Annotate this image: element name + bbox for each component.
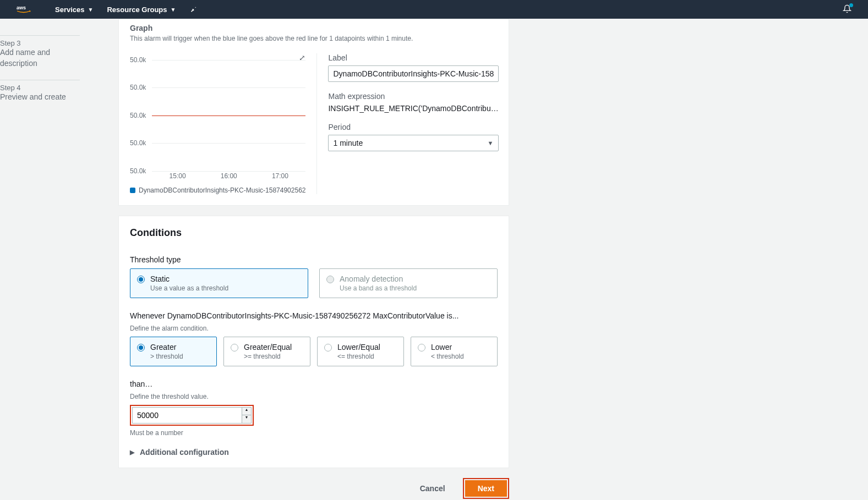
- legend-color-icon: [130, 188, 135, 193]
- caret-down-icon: ▼: [88, 7, 94, 13]
- operator-lower[interactable]: Lower < threshold: [411, 337, 498, 366]
- math-expression-value: INSIGHT_RULE_METRIC('DynamoDBContributor…: [328, 104, 499, 113]
- label-field-label: Label: [328, 53, 499, 62]
- label-input[interactable]: [328, 65, 499, 82]
- step-number: Step 3: [0, 39, 80, 47]
- next-button-highlight: Next: [463, 478, 509, 499]
- stepper-up-button[interactable]: ▲: [242, 408, 251, 415]
- whenever-label: Whenever DynamoDBContributorInsights-PKC…: [130, 311, 498, 320]
- y-tick: 50.0k: [130, 112, 146, 119]
- period-label: Period: [328, 123, 499, 131]
- x-tick: 15:00: [170, 172, 186, 180]
- step-label: Add name and description: [0, 47, 80, 69]
- y-tick: 50.0k: [130, 139, 146, 147]
- additional-config-expander[interactable]: ▶ Additional configuration: [130, 448, 498, 457]
- wizard-actions: Cancel Next: [118, 478, 509, 499]
- y-tick: 50.0k: [130, 84, 146, 91]
- threshold-value-input[interactable]: [132, 407, 242, 424]
- radio-icon: [231, 344, 238, 351]
- tile-title: Lower/Equal: [337, 343, 380, 351]
- whenever-desc: Define the alarm condition.: [130, 325, 498, 332]
- sidebar-step-3[interactable]: Step 3 Add name and description: [0, 35, 80, 80]
- wizard-sidebar: Step 3 Add name and description Step 4 P…: [0, 19, 80, 500]
- y-tick: 50.0k: [130, 56, 146, 64]
- aws-logo[interactable]: aws: [11, 4, 39, 14]
- tile-title: Static: [150, 274, 228, 283]
- threshold-line: [152, 116, 305, 117]
- tile-title: Anomaly detection: [340, 274, 417, 283]
- radio-icon: [326, 276, 334, 283]
- threshold-hint: Must be a number: [130, 429, 498, 437]
- graph-title: Graph: [130, 24, 498, 32]
- radio-icon: [418, 344, 425, 351]
- notification-dot: [849, 3, 853, 7]
- legend-label: DynamoDBContributorInsights-PKC-Music-15…: [139, 186, 305, 194]
- operator-lower-equal[interactable]: Lower/Equal <= threshold: [317, 337, 404, 366]
- tile-title: Lower: [431, 343, 464, 351]
- operator-greater-equal[interactable]: Greater/Equal >= threshold: [223, 337, 310, 366]
- tile-title: Greater: [150, 343, 183, 351]
- than-desc: Define the threshold value.: [130, 393, 498, 400]
- stepper-down-button[interactable]: ▼: [242, 415, 251, 423]
- tile-sub: Use a value as a threshold: [150, 284, 228, 292]
- x-tick: 16:00: [221, 172, 237, 180]
- step-number: Step 4: [0, 84, 80, 92]
- x-tick: 17:00: [272, 172, 288, 180]
- nav-services[interactable]: Services ▼: [55, 6, 93, 14]
- radio-icon: [324, 344, 332, 351]
- chart-legend: DynamoDBContributorInsights-PKC-Music-15…: [130, 186, 305, 194]
- y-tick: 50.0k: [130, 167, 146, 175]
- pin-icon[interactable]: [189, 5, 197, 14]
- threshold-type-anomaly: Anomaly detection Use a band as a thresh…: [319, 268, 498, 298]
- top-nav: aws Services ▼ Resource Groups ▼: [0, 0, 868, 19]
- tile-sub: > threshold: [150, 353, 183, 360]
- additional-config-label: Additional configuration: [140, 448, 229, 457]
- graph-description: This alarm will trigger when the blue li…: [130, 35, 498, 42]
- svg-text:aws: aws: [17, 5, 26, 10]
- aws-logo-icon: aws: [11, 4, 39, 14]
- than-label: than…: [130, 380, 498, 388]
- math-expression-label: Math expression: [328, 92, 499, 101]
- radio-icon: [137, 344, 145, 351]
- next-button[interactable]: Next: [465, 480, 507, 497]
- conditions-panel: Conditions Threshold type Static Use a v…: [118, 216, 509, 468]
- caret-right-icon: ▶: [130, 449, 134, 456]
- nav-resource-groups-label: Resource Groups: [107, 6, 167, 14]
- period-value: 1 minute: [328, 135, 499, 151]
- caret-down-icon: ▼: [171, 7, 176, 13]
- radio-icon: [137, 276, 145, 283]
- tile-sub: <= threshold: [337, 353, 380, 360]
- operator-greater[interactable]: Greater > threshold: [130, 337, 217, 366]
- period-select[interactable]: 1 minute ▼: [328, 135, 499, 151]
- threshold-type-static[interactable]: Static Use a value as a threshold: [130, 268, 308, 298]
- threshold-type-label: Threshold type: [130, 255, 498, 264]
- tile-sub: >= threshold: [244, 353, 292, 360]
- nav-services-label: Services: [55, 6, 85, 14]
- sidebar-step-4[interactable]: Step 4 Preview and create: [0, 80, 80, 114]
- metric-panel: Graph This alarm will trigger when the b…: [118, 19, 509, 206]
- tile-title: Greater/Equal: [244, 343, 292, 351]
- conditions-title: Conditions: [130, 227, 498, 239]
- tile-sub: < threshold: [431, 353, 464, 360]
- step-label: Preview and create: [0, 92, 80, 103]
- notifications-button[interactable]: [843, 4, 851, 15]
- cancel-button[interactable]: Cancel: [409, 481, 456, 496]
- tile-sub: Use a band as a threshold: [340, 284, 417, 292]
- nav-resource-groups[interactable]: Resource Groups ▼: [107, 6, 176, 14]
- chart-area: ⤢ 50.0k 50.0k 50.0k 50.0k 50.0k 15:00: [130, 53, 317, 194]
- threshold-input-highlight: ▲ ▼: [130, 405, 254, 426]
